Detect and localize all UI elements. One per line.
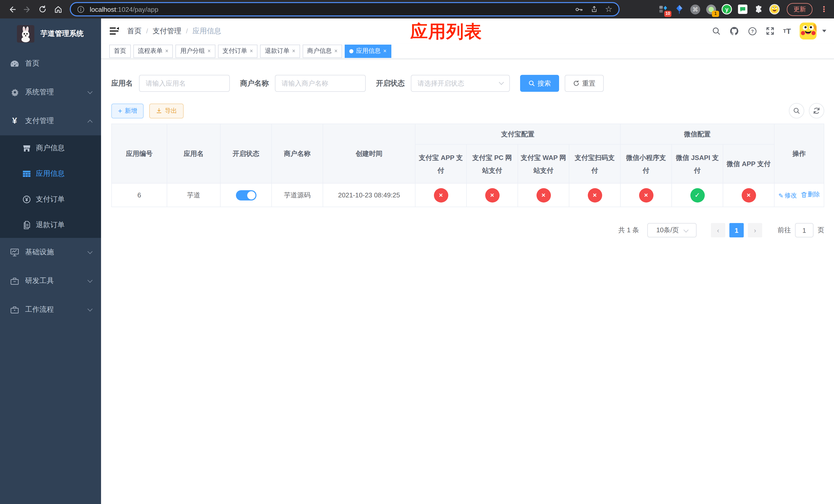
ext-monitor-icon[interactable]: 1	[705, 4, 717, 15]
sidebar-item-payment[interactable]: ¥ 支付管理	[0, 107, 101, 135]
breadcrumb-home[interactable]: 首页	[127, 26, 141, 36]
breadcrumb-current: 应用信息	[193, 26, 221, 36]
sidebar-item-dev-tools[interactable]: 研发工具	[0, 267, 101, 295]
status-select[interactable]: 请选择开启状态	[411, 75, 510, 92]
goto-page-input[interactable]	[795, 223, 813, 237]
url-text: localhost:1024/pay/app	[90, 5, 567, 13]
next-page-button[interactable]: ›	[748, 223, 762, 237]
goto-label: 前往	[777, 226, 791, 235]
status-toggle[interactable]	[236, 190, 256, 200]
bookmark-star-icon[interactable]: ☆	[605, 5, 612, 13]
sidebar-item-workflow[interactable]: 工作流程	[0, 295, 101, 324]
cell-merchant: 芋道源码	[271, 183, 323, 207]
avatar-caret-icon[interactable]	[822, 30, 826, 32]
cell-wx-jsapi: ✓	[672, 183, 723, 207]
merchant-name-input[interactable]	[275, 75, 366, 92]
cell-status	[220, 183, 271, 207]
close-icon[interactable]: ×	[250, 48, 253, 54]
sidebar-item-app-info[interactable]: 应用信息	[0, 161, 101, 187]
svg-text:⌘: ⌘	[692, 6, 698, 13]
page-unit-label: 页	[818, 226, 824, 235]
close-icon[interactable]: ×	[207, 48, 211, 54]
user-avatar[interactable]	[799, 23, 816, 40]
delete-link[interactable]: 删除	[801, 190, 820, 199]
profile-avatar-emoji[interactable]	[769, 4, 780, 15]
tab-process-form[interactable]: 流程表单×	[133, 44, 173, 58]
browser-back-button[interactable]	[4, 2, 20, 17]
page-size-select[interactable]: 10条/页	[647, 223, 697, 237]
fullscreen-icon[interactable]	[766, 27, 774, 36]
tab-app-info[interactable]: 应用信息×	[345, 44, 391, 58]
edit-link[interactable]: ✎修改	[778, 191, 797, 200]
page-content: 应用名 商户名称 开启状态 请选择开启状态	[101, 59, 834, 504]
sidebar-item-refund-orders[interactable]: 退款订单	[0, 212, 101, 238]
sidebar-submenu-payment: 商户信息 应用信息 支付订单	[0, 135, 101, 238]
ext-command-icon[interactable]: ⌘	[689, 4, 701, 15]
close-icon[interactable]: ×	[383, 48, 387, 54]
browser-home-button[interactable]	[50, 2, 66, 17]
store-icon	[23, 144, 31, 152]
col-wx-app: 微信 APP 支付	[723, 144, 774, 183]
ext-chat-icon[interactable]	[737, 4, 748, 15]
tab-pay-orders[interactable]: 支付订单×	[218, 44, 258, 58]
github-icon[interactable]	[729, 26, 739, 36]
sidebar-item-label: 工作流程	[25, 305, 88, 314]
app-logo[interactable]: 芋道管理系统	[0, 19, 101, 49]
sidebar-item-merchant-info[interactable]: 商户信息	[0, 135, 101, 161]
app-name-input[interactable]	[139, 75, 230, 92]
gear-icon	[10, 88, 19, 96]
password-key-icon[interactable]	[574, 5, 583, 14]
breadcrumb-separator: /	[146, 27, 148, 35]
prev-page-button[interactable]: ‹	[711, 223, 725, 237]
font-size-icon[interactable]: TT	[783, 27, 791, 35]
close-icon[interactable]: ×	[292, 48, 295, 54]
plus-icon: +	[118, 107, 122, 114]
col-alipay-qr: 支付宝扫码支付	[569, 144, 620, 183]
close-icon[interactable]: ×	[165, 48, 169, 54]
refresh-table-button[interactable]	[809, 103, 824, 118]
search-button[interactable]: 搜索	[520, 75, 559, 92]
share-icon[interactable]	[590, 5, 598, 13]
sidebar-item-home[interactable]: 首页	[0, 49, 101, 78]
tab-home[interactable]: 首页	[109, 44, 131, 58]
reload-icon	[39, 5, 47, 13]
sidebar-item-pay-orders[interactable]: 支付订单	[0, 187, 101, 212]
browser-menu-icon[interactable]: ⋮	[820, 5, 828, 14]
tab-refund-orders[interactable]: 退款订单×	[260, 44, 300, 58]
help-icon[interactable]: ?	[748, 26, 757, 36]
page-number-button[interactable]: 1	[729, 223, 744, 237]
active-dot-icon	[349, 49, 353, 53]
extensions-puzzle-icon[interactable]	[753, 4, 764, 15]
breadcrumb-separator: /	[186, 27, 188, 35]
browser-reload-button[interactable]	[35, 2, 50, 17]
col-group-wechat: 微信配置	[620, 124, 774, 144]
download-icon	[156, 108, 162, 114]
browser-forward-button[interactable]	[20, 2, 35, 17]
search-form: 应用名 商户名称 开启状态 请选择开启状态	[111, 75, 824, 92]
dashboard-icon	[10, 60, 19, 67]
sidebar-item-system[interactable]: 系统管理	[0, 78, 101, 107]
tab-merchant-info[interactable]: 商户信息×	[303, 44, 343, 58]
tab-user-group[interactable]: 用户分组×	[176, 44, 215, 58]
breadcrumb-payment[interactable]: 支付管理	[153, 26, 181, 36]
url-bar[interactable]: localhost:1024/pay/app ☆	[70, 2, 620, 17]
col-app-id: 应用编号	[112, 124, 167, 183]
site-info-icon[interactable]	[77, 5, 85, 13]
browser-update-button[interactable]: 更新	[787, 3, 812, 16]
header-search-icon[interactable]	[712, 27, 720, 36]
svg-text:y: y	[725, 6, 729, 13]
ext-kite-icon[interactable]	[674, 4, 685, 15]
hide-search-button[interactable]	[789, 103, 804, 118]
sidebar-item-label: 支付管理	[25, 116, 88, 125]
trash-icon	[801, 191, 807, 198]
reset-button[interactable]: 重置	[565, 75, 604, 92]
sidebar-item-infra[interactable]: 基础设施	[0, 238, 101, 267]
export-button[interactable]: 导出	[149, 103, 184, 118]
page-size-value: 10条/页	[656, 226, 679, 235]
search-icon	[528, 80, 535, 87]
close-icon[interactable]: ×	[334, 48, 338, 54]
ext-sidepanel-icon[interactable]: 10	[658, 4, 669, 15]
add-button[interactable]: + 新增	[111, 103, 144, 118]
ext-yudao-icon[interactable]: y	[721, 4, 732, 15]
collapse-sidebar-icon[interactable]	[109, 27, 119, 36]
